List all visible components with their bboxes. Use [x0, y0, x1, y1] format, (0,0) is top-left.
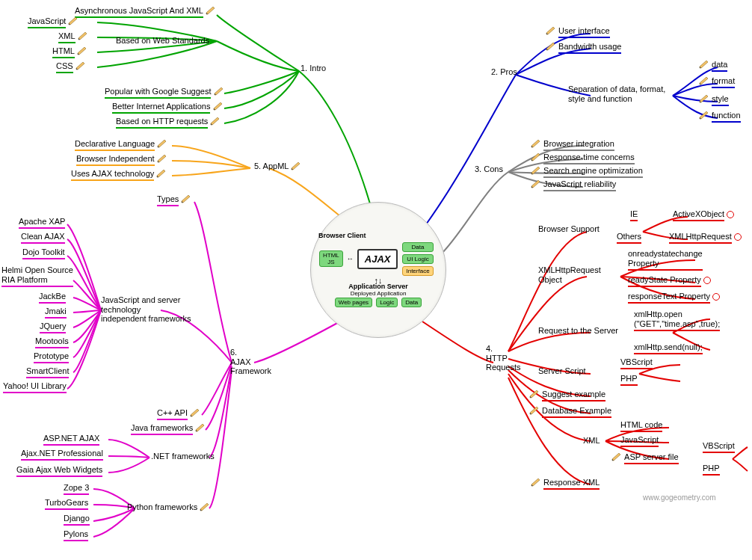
cons-rt: Response-time concerns [531, 153, 635, 164]
intro-std-label: Based on Web Standards [116, 36, 209, 46]
hub-data2: Data [401, 298, 422, 307]
intro-css: CSS [56, 61, 86, 73]
terminal-dot-icon [703, 277, 711, 284]
pencil-icon [157, 140, 167, 148]
http-ss-vb: VBScript [620, 357, 653, 369]
fw-yui: Yahoo! UI Library [3, 381, 67, 393]
pencil-icon [210, 117, 221, 126]
cons-browser: Browser integration [531, 139, 614, 151]
http-req-send: xmlHttp.send(null); [634, 342, 703, 354]
fw-xap: Apache XAP [19, 217, 65, 229]
pencil-icon [531, 167, 541, 175]
appml-bi: Browser Independent [76, 154, 167, 166]
http-bs-label: Browser Support [538, 224, 600, 234]
pencil-icon [200, 503, 210, 511]
pros-style: style [699, 94, 729, 106]
fw-clean: Clean AJAX [21, 232, 65, 244]
fw-jmaki: Jmaki [45, 307, 67, 319]
http-xml-js: JavaScript [620, 435, 659, 447]
http-xml-label: XML [583, 436, 600, 446]
http-bs-ie: IE [630, 209, 638, 221]
pencil-icon [531, 479, 541, 487]
pencil-icon [157, 155, 167, 163]
fw-proto: Prototype [34, 351, 69, 363]
cons-js: JavaScript reliability [531, 179, 616, 191]
pencil-icon [78, 32, 88, 40]
http-req-open: xmlHttp.open ("GET","time.asp",true); [634, 310, 720, 331]
fw-net-gaia: Gaia Ajax Web Widgets [16, 465, 102, 477]
pencil-icon [213, 102, 224, 111]
fw-jackbe: JackBe [39, 292, 66, 304]
pencil-icon [529, 390, 540, 399]
fw-net-pro: Ajax.NET Professional [21, 449, 103, 461]
source-credit: www.gogeometry.com [643, 493, 716, 502]
http-xml-php: PHP [703, 464, 720, 476]
pros-function: function [699, 111, 741, 123]
pencil-icon [181, 195, 191, 203]
fw-net-label: .NET frameworks [151, 452, 215, 461]
intro-async: Asynchronous JavaScript And XML [75, 6, 216, 18]
fw-types: Types [157, 194, 191, 206]
fw-turbo: TurboGears [45, 498, 88, 510]
intro-html: HTML [52, 46, 87, 58]
http-ss-label: Server Script [538, 366, 586, 376]
hub-interface: Interface [402, 266, 433, 276]
pencil-icon [546, 43, 556, 51]
hub-app-server: Application Server [318, 283, 438, 290]
pencil-icon [531, 180, 541, 188]
intro-httpreq: Based on HTTP requests [116, 117, 221, 129]
pencil-icon [529, 407, 540, 415]
intro-google: Popular with Google Suggest [105, 87, 224, 99]
fw-zope: Zope 3 [64, 483, 89, 495]
http-req-label: Request to the Server [538, 326, 618, 336]
http-ss-php: PHP [620, 374, 638, 386]
hub-browser-client: Browser Client [318, 232, 438, 239]
http-sugg: Suggest example [529, 390, 605, 401]
http-bs-ax: ActiveXObject [673, 209, 734, 221]
http-xml-asp: ASP server file [611, 452, 679, 464]
branch-appml: 5. AppML [254, 161, 301, 171]
hub-ui-logic: UI Logic [402, 254, 433, 264]
fw-pylons: Pylons [64, 529, 88, 541]
pencil-icon [77, 47, 87, 55]
pencil-icon [156, 170, 167, 178]
http-xo-resp: responseText Property [628, 292, 720, 304]
hub-ajax: AJAX [357, 249, 398, 269]
pencil-icon [699, 95, 709, 103]
fw-helmi: Helmi Open Source RIA Platform [1, 265, 73, 287]
fw-net-asp: ASP.NET AJAX [43, 434, 99, 446]
pros-data: data [699, 60, 727, 72]
http-xo-label: XMLHttpRequest Object [538, 265, 601, 284]
fw-smart: SmartClient [26, 366, 69, 378]
intro-better: Better Internet Applications [112, 102, 224, 114]
http-db: Database Example [529, 406, 611, 418]
pencil-icon [531, 140, 541, 148]
http-xml-vb: VBScript [703, 441, 735, 453]
pencil-icon [546, 27, 556, 35]
pencil-icon [195, 424, 206, 432]
pros-bw: Bandwidth usage [546, 42, 621, 54]
http-xo-ready: readyState Property [628, 275, 711, 287]
fw-py-label: Python frameworks [127, 502, 210, 512]
terminal-dot-icon [734, 233, 742, 241]
hub-deployed: Deployed Application [318, 290, 438, 297]
pencil-icon [206, 7, 216, 15]
pencil-icon [291, 162, 301, 170]
pros-format: format [699, 76, 735, 88]
pencil-icon [190, 409, 200, 417]
http-xml-html: HTML code [620, 420, 662, 432]
appml-decl: Declarative Language [75, 139, 167, 151]
fw-jq: JQuery [40, 321, 66, 333]
pros-sep-label: Separation of data, format, style and fu… [568, 84, 665, 103]
pencil-icon [214, 87, 224, 96]
pencil-icon [699, 111, 709, 120]
hub-webpages: Web pages [335, 298, 372, 307]
fw-dojo: Dojo Toolkit [22, 247, 65, 259]
hub-data: Data [402, 242, 433, 252]
fw-cpp: C++ API [157, 408, 200, 420]
http-bs-others: Others [617, 232, 641, 244]
hub-html-js: HTML JS [319, 250, 343, 267]
branch-intro: 1. Intro [301, 64, 326, 73]
pencil-icon [611, 453, 622, 461]
branch-ajaxfw: 6. AJAX Framework [230, 348, 271, 376]
